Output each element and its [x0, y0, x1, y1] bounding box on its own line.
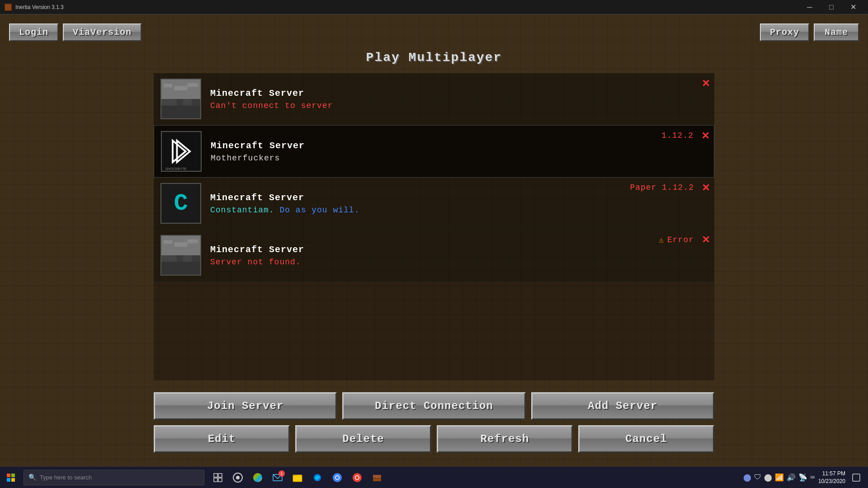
cortana-icon[interactable]	[229, 469, 247, 487]
viaversion-button[interactable]: ViaVersion	[63, 23, 142, 41]
notification-icon[interactable]	[849, 470, 863, 485]
add-server-button[interactable]: Add Server	[531, 392, 714, 420]
server-item-4[interactable]: Minecraft Server Server not found. ⚠ Err…	[154, 230, 714, 282]
server-meta-2: 1.12.2	[661, 131, 693, 140]
svg-rect-31	[218, 474, 222, 477]
svg-rect-27	[11, 474, 15, 477]
edge-icon[interactable]	[308, 469, 326, 487]
cancel-button[interactable]: Cancel	[578, 425, 714, 453]
maximize-button[interactable]: □	[821, 0, 842, 14]
server-info-3: Minecraft Server Constantiam. Do as you …	[210, 192, 708, 215]
file-explorer-icon[interactable]	[288, 469, 307, 487]
svg-rect-25	[187, 239, 198, 244]
discord-tray-icon[interactable]: ⬤	[743, 473, 751, 482]
taskbar-center-icons: 1	[209, 469, 386, 487]
svg-point-36	[253, 473, 262, 482]
remove-server-3-button[interactable]: ✕	[702, 182, 710, 194]
svg-rect-26	[7, 474, 10, 477]
name-button[interactable]: Name	[814, 23, 859, 41]
chrome-icon[interactable]	[328, 469, 346, 487]
search-placeholder-text: Type here to search	[40, 474, 92, 481]
title-bar-text: Inertia Version 3.1.3	[15, 4, 799, 10]
svg-rect-23	[164, 240, 172, 244]
top-right-buttons: Proxy Name	[760, 23, 859, 41]
chrome-icon-2[interactable]	[348, 469, 366, 487]
mail-icon[interactable]: 1	[269, 469, 287, 487]
windows-icon	[7, 474, 15, 482]
remove-server-2-button[interactable]: ✕	[701, 130, 709, 142]
server-status-4: Server not found.	[210, 258, 708, 267]
svg-rect-29	[11, 478, 15, 482]
svg-rect-30	[214, 474, 217, 477]
app-icon	[5, 4, 12, 11]
minimize-button[interactable]: ─	[799, 0, 820, 14]
start-button[interactable]	[0, 467, 22, 488]
server-meta-3: Paper 1.12.2	[630, 183, 694, 192]
button-row-1: Join Server Direct Connection Add Server	[154, 392, 714, 420]
server-status-3: Constantiam. Do as you will.	[210, 206, 708, 215]
server-name-1: Minecraft Server	[210, 88, 708, 99]
keyboard-icon[interactable]: ⌨	[810, 473, 815, 482]
system-tray-icons: ⬤ 🛡 ⬤ 📶 🔊 📡 ⌨	[743, 473, 815, 482]
mail-badge: 1	[278, 470, 285, 477]
title-bar: Inertia Version 3.1.3 ─ □ ✕	[0, 0, 868, 14]
server-name-4: Minecraft Server	[210, 244, 708, 255]
server-status-1: Can't connect to server	[210, 101, 708, 110]
shield-tray-icon[interactable]: 🛡	[754, 473, 761, 482]
server-list-container: Minecraft Server Can't connect to server…	[154, 73, 714, 380]
minecraft-icon[interactable]	[368, 469, 386, 487]
server-name-3: Minecraft Server	[210, 192, 708, 203]
join-server-button[interactable]: Join Server	[154, 392, 337, 420]
svg-rect-10	[187, 83, 198, 87]
server-list[interactable]: Minecraft Server Can't connect to server…	[154, 73, 714, 380]
button-row-2: Edit Delete Refresh Cancel	[154, 425, 714, 453]
svg-rect-33	[218, 478, 222, 482]
server-item-3[interactable]: C Minecraft Server Constantiam. Do as yo…	[154, 178, 714, 230]
server-icon-4	[160, 235, 201, 276]
refresh-button[interactable]: Refresh	[437, 425, 573, 453]
svg-point-35	[236, 476, 240, 479]
clock-date: 10/23/2020	[818, 478, 845, 485]
server-status-2: Motherfuckers	[211, 154, 707, 163]
svg-point-46	[356, 476, 359, 479]
taskbar-search[interactable]: 🔍 Type here to search	[24, 470, 204, 485]
svg-rect-52	[853, 474, 860, 481]
server-icon-3: C	[160, 183, 201, 224]
bottom-buttons: Join Server Direct Connection Add Server…	[154, 392, 714, 453]
bluetooth-icon[interactable]: ⬤	[764, 473, 772, 482]
delete-button[interactable]: Delete	[295, 425, 431, 453]
remove-server-4-button[interactable]: ✕	[702, 234, 710, 246]
task-view-icon[interactable]	[209, 469, 227, 487]
top-buttons: Login ViaVersion Proxy Name	[0, 23, 868, 41]
server-info-1: Minecraft Server Can't connect to server	[210, 88, 708, 110]
direct-connection-button[interactable]: Direct Connection	[342, 392, 525, 420]
microsoft-store-icon[interactable]	[249, 469, 267, 487]
remove-server-1-button[interactable]: ✕	[702, 78, 710, 89]
network-icon[interactable]: 📶	[775, 473, 784, 482]
server-error-4: Error	[667, 235, 694, 244]
sound-icon[interactable]: 🔊	[787, 473, 796, 482]
login-button[interactable]: Login	[9, 23, 58, 41]
proxy-button[interactable]: Proxy	[760, 23, 809, 41]
search-magnifier-icon: 🔍	[28, 474, 36, 481]
svg-text:SHOCKBYTE: SHOCKBYTE	[165, 167, 187, 171]
server-item-selected[interactable]: SHOCKBYTE Minecraft Server Motherfuckers…	[154, 125, 714, 178]
svg-rect-32	[214, 478, 217, 482]
server-meta-4: ⚠ Error	[659, 235, 694, 245]
wifi-icon[interactable]: 📡	[798, 473, 807, 482]
svg-rect-24	[175, 242, 188, 247]
edit-button[interactable]: Edit	[154, 425, 290, 453]
close-button[interactable]: ✕	[843, 0, 863, 14]
svg-rect-11	[162, 132, 201, 171]
warning-icon: ⚠	[659, 235, 664, 245]
server-icon-2: SHOCKBYTE	[161, 131, 202, 172]
svg-rect-28	[7, 478, 10, 482]
top-left-buttons: Login ViaVersion	[9, 23, 142, 41]
server-item[interactable]: Minecraft Server Can't connect to server…	[154, 73, 714, 125]
server-info-2: Minecraft Server Motherfuckers	[211, 141, 707, 163]
server-info-4: Minecraft Server Server not found.	[210, 244, 708, 267]
clock-time: 11:57 PM	[818, 470, 845, 478]
taskbar-clock[interactable]: 11:57 PM 10/23/2020	[818, 470, 845, 485]
taskbar: 🔍 Type here to search	[0, 466, 868, 488]
server-version-3: Paper 1.12.2	[630, 183, 694, 192]
